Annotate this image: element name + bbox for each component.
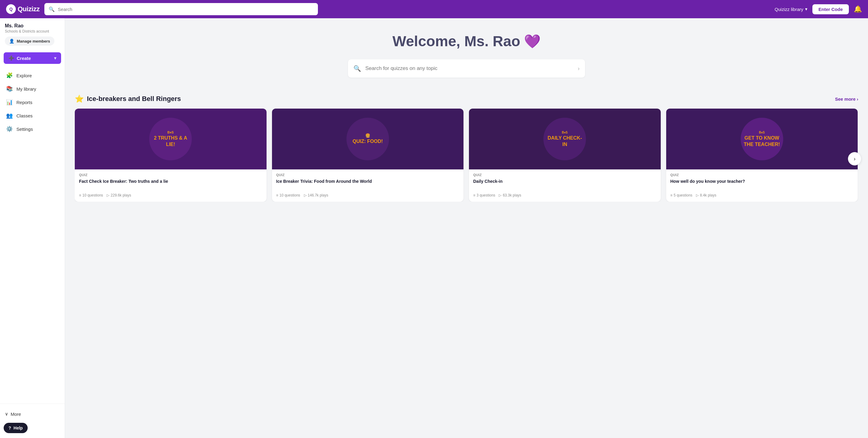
search-icon: 🔍 <box>49 6 55 12</box>
next-button[interactable]: › <box>848 152 861 166</box>
card-info: QUIZ Fact Check Ice Breaker: Two truths … <box>75 169 267 202</box>
user-account: Schools & Districts account <box>5 29 60 33</box>
sidebar-bottom: ∨ More ? Help <box>0 404 65 438</box>
play-icon: ▷ <box>499 193 501 197</box>
welcome-section: Welcome, Ms. Rao 💜 🔍 › <box>65 18 868 87</box>
main-search-input[interactable] <box>365 65 574 71</box>
star-icon: ⭐ <box>75 95 84 103</box>
thumb-text: B♦S Get to know THE TEACHER! <box>741 127 783 151</box>
thumb-text: 🍔 QUIZ: Food! <box>349 130 386 148</box>
thumb-text: B♦S 2 truths & a lie! <box>149 127 192 151</box>
welcome-text: Welcome, Ms. Rao <box>392 33 520 50</box>
card-type: QUIZ <box>473 173 656 177</box>
card-info: QUIZ Ice Breaker Trivia: Food from Aroun… <box>272 169 464 202</box>
plays-count: ▷ 63.3k plays <box>499 193 521 197</box>
user-section: Ms. Rao Schools & Districts account 👤 Ma… <box>0 23 65 49</box>
cards-row: B♦S 2 truths & a lie! QUIZ Fact Check Ic… <box>75 109 858 202</box>
main-layout: Ms. Rao Schools & Districts account 👤 Ma… <box>0 18 868 438</box>
sidebar-item-classes[interactable]: 👥 Classes <box>2 109 62 122</box>
play-icon: ▷ <box>696 193 699 197</box>
logo[interactable]: Q Quizizz <box>6 4 39 14</box>
card-meta: ≡ 10 questions ▷ 229.6k plays <box>79 193 262 197</box>
plus-icon: ➕ <box>8 55 14 61</box>
sidebar-item-my-library[interactable]: 📚 My library <box>2 82 62 95</box>
quiz-card[interactable]: B♦S 2 truths & a lie! QUIZ Fact Check Ic… <box>75 109 267 202</box>
sidebar-item-label: Reports <box>17 100 33 105</box>
thumb-text: B♦S Daily check-in <box>544 127 586 151</box>
manage-members-label: Manage members <box>17 39 50 43</box>
manage-members-button[interactable]: 👤 Manage members <box>5 36 54 46</box>
card-thumbnail: B♦S Get to know THE TEACHER! <box>666 109 858 169</box>
classes-icon: 👥 <box>6 112 13 119</box>
help-label: Help <box>14 426 23 430</box>
section-header: ⭐ Ice-breakers and Bell Ringers See more… <box>75 95 858 103</box>
section-title: ⭐ Ice-breakers and Bell Ringers <box>75 95 181 103</box>
list-icon: ≡ <box>473 193 475 197</box>
see-more-label: See more <box>835 96 856 101</box>
main-search-bar[interactable]: 🔍 › <box>348 59 585 78</box>
sidebar-item-label: My library <box>17 86 36 92</box>
search-icon: 🔍 <box>353 65 361 72</box>
enter-code-button[interactable]: Enter Code <box>812 4 849 14</box>
chevron-down-icon: ▾ <box>805 6 808 12</box>
library-button[interactable]: Quizizz library ▾ <box>775 6 808 12</box>
card-meta: ≡ 10 questions ▷ 146.7k plays <box>276 193 460 197</box>
plays-count: ▷ 146.7k plays <box>304 193 328 197</box>
question-icon: ? <box>8 426 11 430</box>
card-title: How well do you know your teacher? <box>671 179 854 191</box>
card-title: Fact Check Ice Breaker: Two truths and a… <box>79 179 262 191</box>
logo-text: Quizizz <box>18 5 39 13</box>
list-icon: ≡ <box>79 193 81 197</box>
sidebar-item-label: Classes <box>17 113 33 118</box>
search-input[interactable] <box>58 7 314 12</box>
questions-count: ≡ 10 questions <box>79 193 103 197</box>
questions-count: ≡ 5 questions <box>671 193 692 197</box>
card-thumbnail: 🍔 QUIZ: Food! <box>272 109 464 169</box>
settings-icon: ⚙️ <box>6 126 13 132</box>
card-thumbnail: B♦S 2 truths & a lie! <box>75 109 267 169</box>
more-label: More <box>11 412 21 417</box>
cards-wrapper: B♦S 2 truths & a lie! QUIZ Fact Check Ic… <box>75 109 858 209</box>
sidebar-item-settings[interactable]: ⚙️ Settings <box>2 122 62 136</box>
person-icon: 👤 <box>9 39 14 43</box>
more-item[interactable]: ∨ More <box>4 409 61 419</box>
quiz-card[interactable]: 🍔 QUIZ: Food! QUIZ Ice Breaker Trivia: F… <box>272 109 464 202</box>
create-label: Create <box>17 56 31 61</box>
chevron-down-icon: ∨ <box>5 411 8 417</box>
quiz-card[interactable]: B♦S Get to know THE TEACHER! QUIZ How we… <box>666 109 858 202</box>
create-button[interactable]: ➕ Create ▾ <box>4 52 61 64</box>
card-meta: ≡ 5 questions ▷ 8.4k plays <box>671 193 854 197</box>
sidebar-item-label: Explore <box>17 73 32 78</box>
section-title-text: Ice-breakers and Bell Ringers <box>87 95 181 103</box>
reports-icon: 📊 <box>6 99 13 106</box>
nav-items: 🧩 Explore 📚 My library 📊 Reports 👥 Class… <box>0 69 65 404</box>
card-type: QUIZ <box>79 173 262 177</box>
icebreakers-section: ⭐ Ice-breakers and Bell Ringers See more… <box>65 87 868 209</box>
card-thumbnail: B♦S Daily check-in <box>469 109 661 169</box>
questions-count: ≡ 10 questions <box>276 193 300 197</box>
list-icon: ≡ <box>671 193 673 197</box>
see-more-button[interactable]: See more › <box>835 96 858 101</box>
play-icon: ▷ <box>304 193 307 197</box>
nav-right: Quizizz library ▾ Enter Code 🔔 <box>775 4 862 14</box>
sidebar: Ms. Rao Schools & Districts account 👤 Ma… <box>0 18 65 438</box>
sidebar-item-reports[interactable]: 📊 Reports <box>2 95 62 109</box>
list-icon: ≡ <box>276 193 278 197</box>
sidebar-item-explore[interactable]: 🧩 Explore <box>2 69 62 82</box>
card-meta: ≡ 3 questions ▷ 63.3k plays <box>473 193 656 197</box>
card-info: QUIZ How well do you know your teacher? … <box>666 169 858 202</box>
arrow-right-icon: › <box>578 65 580 72</box>
explore-icon: 🧩 <box>6 72 13 79</box>
card-title: Ice Breaker Trivia: Food from Around the… <box>276 179 460 191</box>
search-bar[interactable]: 🔍 <box>44 3 318 15</box>
heart-emoji: 💜 <box>524 33 541 49</box>
library-label: Quizizz library <box>775 7 803 12</box>
quiz-card[interactable]: B♦S Daily check-in QUIZ Daily Check-in ≡ <box>469 109 661 202</box>
main-content: Welcome, Ms. Rao 💜 🔍 › ⭐ Ice-breakers an… <box>65 18 868 438</box>
notification-icon[interactable]: 🔔 <box>854 5 862 13</box>
help-button[interactable]: ? Help <box>4 423 28 433</box>
plays-count: ▷ 8.4k plays <box>696 193 716 197</box>
card-title: Daily Check-in <box>473 179 656 191</box>
chevron-down-icon: ▾ <box>54 56 56 61</box>
welcome-title: Welcome, Ms. Rao 💜 <box>72 33 861 50</box>
